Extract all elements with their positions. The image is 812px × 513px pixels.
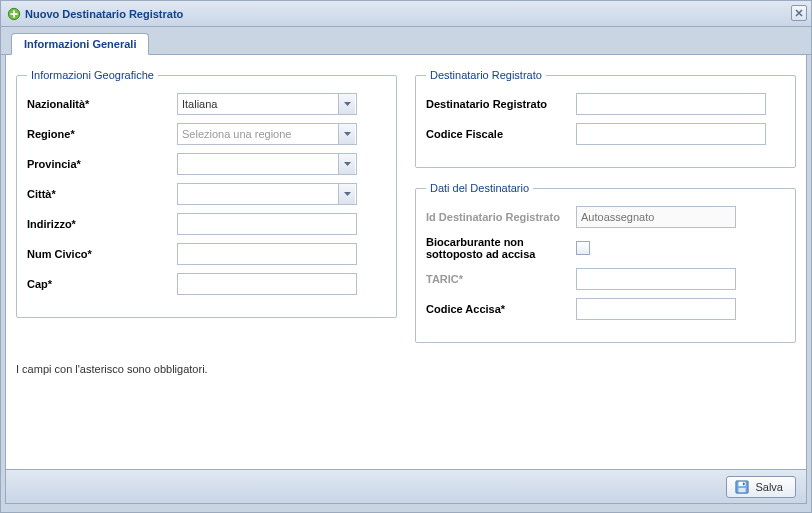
select-nazionalita-value: Italiana: [182, 98, 217, 110]
input-id-destinatario: [576, 206, 736, 228]
label-numcivico: Num Civico*: [27, 248, 177, 260]
checkbox-biocarburante[interactable]: [576, 241, 590, 255]
tab-general[interactable]: Informazioni Generali: [11, 33, 149, 55]
svg-rect-3: [739, 487, 746, 491]
content-panel: Informazioni Geografiche Nazionalità* It…: [5, 55, 807, 504]
label-id-destinatario: Id Destinatario Registrato: [426, 211, 576, 223]
close-button[interactable]: [791, 5, 807, 21]
label-biocarburante: Biocarburante non sottoposto ad accisa: [426, 236, 576, 260]
footer-toolbar: Salva: [6, 469, 806, 503]
chevron-down-icon: [338, 154, 355, 174]
input-cap[interactable]: [177, 273, 357, 295]
select-provincia[interactable]: [177, 153, 357, 175]
fieldset-dati: Dati del Destinatario Id Destinatario Re…: [415, 182, 796, 343]
label-taric: TARIC*: [426, 273, 576, 285]
label-regione: Regione*: [27, 128, 177, 140]
label-codice-accisa: Codice Accisa*: [426, 303, 576, 315]
input-taric[interactable]: [576, 268, 736, 290]
chevron-down-icon: [338, 94, 355, 114]
label-citta: Città*: [27, 188, 177, 200]
input-indirizzo[interactable]: [177, 213, 357, 235]
input-numcivico[interactable]: [177, 243, 357, 265]
label-cap: Cap*: [27, 278, 177, 290]
dialog-window: Nuovo Destinatario Registrato Informazio…: [0, 0, 812, 513]
input-codice-fiscale[interactable]: [576, 123, 766, 145]
input-destinatario[interactable]: [576, 93, 766, 115]
legend-destinatario: Destinatario Registrato: [426, 69, 546, 81]
fieldset-destinatario: Destinatario Registrato Destinatario Reg…: [415, 69, 796, 168]
fieldset-geo: Informazioni Geografiche Nazionalità* It…: [16, 69, 397, 318]
background-decoration: [6, 54, 806, 56]
select-regione[interactable]: Seleziona una regione: [177, 123, 357, 145]
label-provincia: Provincia*: [27, 158, 177, 170]
select-regione-placeholder: Seleziona una regione: [182, 128, 291, 140]
legend-geo: Informazioni Geografiche: [27, 69, 158, 81]
window-title: Nuovo Destinatario Registrato: [25, 8, 183, 20]
close-icon: [795, 9, 803, 17]
save-icon: [735, 480, 749, 494]
required-note: I campi con l'asterisco sono obbligatori…: [16, 363, 796, 375]
legend-dati: Dati del Destinatario: [426, 182, 533, 194]
select-citta[interactable]: [177, 183, 357, 205]
save-button[interactable]: Salva: [726, 476, 796, 498]
label-indirizzo: Indirizzo*: [27, 218, 177, 230]
svg-rect-4: [743, 482, 745, 485]
save-button-label: Salva: [755, 481, 783, 493]
label-destinatario: Destinatario Registrato: [426, 98, 576, 110]
label-nazionalita: Nazionalità*: [27, 98, 177, 110]
tab-strip: Informazioni Generali: [1, 27, 811, 55]
chevron-down-icon: [338, 124, 355, 144]
add-icon: [7, 7, 21, 21]
label-codice-fiscale: Codice Fiscale: [426, 128, 576, 140]
input-codice-accisa[interactable]: [576, 298, 736, 320]
titlebar: Nuovo Destinatario Registrato: [1, 1, 811, 27]
chevron-down-icon: [338, 184, 355, 204]
select-nazionalita[interactable]: Italiana: [177, 93, 357, 115]
